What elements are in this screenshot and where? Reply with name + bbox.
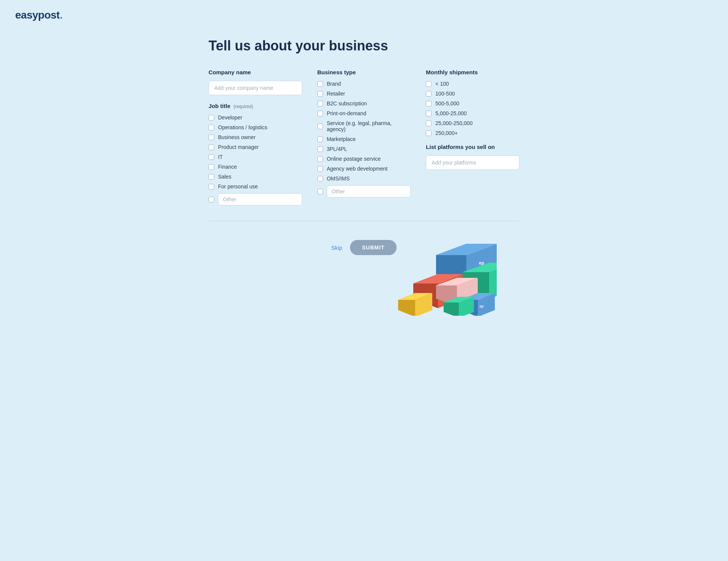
job-title-developer-checkbox[interactable] [209, 115, 214, 121]
platforms-section: List platforms you sell on [426, 144, 519, 170]
job-title-other-item [209, 193, 302, 205]
shipments-100-500-checkbox[interactable] [426, 91, 431, 97]
business-type-list: Brand Retailer B2C subscription Print-on… [317, 81, 411, 197]
business-type-other-input[interactable] [327, 185, 411, 197]
logo-dot: . [60, 9, 62, 21]
business-type-other-item [317, 185, 411, 197]
shipments-lt100[interactable]: < 100 [426, 81, 519, 87]
job-title-product-manager[interactable]: Product manager [209, 144, 302, 150]
job-title-section: Job title (required) Developer Operation… [209, 103, 302, 205]
main-container: Tell us about your business Company name… [193, 30, 535, 338]
monthly-shipments-list: < 100 100-500 500-5,000 5,000-25,000 [426, 81, 519, 136]
business-type-label: Business type [317, 69, 411, 75]
logo-text: easypost [15, 9, 60, 21]
business-type-oms-checkbox[interactable] [317, 176, 323, 182]
business-type-print[interactable]: Print-on-demand [317, 110, 411, 116]
column-3: Monthly shipments < 100 100-500 500-5,00… [426, 69, 519, 205]
company-name-input[interactable] [209, 81, 302, 95]
svg-text:ep: ep [480, 304, 484, 308]
required-badge: (required) [234, 104, 253, 109]
job-title-sales-checkbox[interactable] [209, 174, 214, 180]
shipments-lt100-checkbox[interactable] [426, 81, 431, 87]
job-title-business-owner[interactable]: Business owner [209, 134, 302, 140]
job-title-product-manager-checkbox[interactable] [209, 144, 214, 150]
business-type-other-checkbox[interactable] [317, 189, 323, 194]
logo: easypost. [15, 9, 63, 21]
svg-marker-29 [444, 302, 459, 316]
business-type-print-checkbox[interactable] [317, 111, 323, 116]
business-type-3pl[interactable]: 3PL/4PL [317, 146, 411, 152]
shipments-5k-25k-checkbox[interactable] [426, 111, 431, 116]
shipments-500-5000-checkbox[interactable] [426, 101, 431, 107]
business-type-marketplace-checkbox[interactable] [317, 136, 323, 142]
business-type-marketplace[interactable]: Marketplace [317, 136, 411, 142]
shipments-25k-250k-checkbox[interactable] [426, 121, 431, 126]
shipments-250k-plus-checkbox[interactable] [426, 130, 431, 136]
shipments-500-5000[interactable]: 500-5,000 [426, 100, 519, 107]
job-title-label: Job title (required) [209, 103, 302, 109]
job-title-personal-checkbox[interactable] [209, 184, 214, 190]
shipments-100-500[interactable]: 100-500 [426, 91, 519, 97]
business-type-postage[interactable]: Online postage service [317, 156, 411, 162]
monthly-shipments-section: Monthly shipments < 100 100-500 500-5,00… [426, 69, 519, 136]
company-name-label: Company name [209, 69, 302, 75]
column-1: Company name Job title (required) Develo… [209, 69, 302, 205]
business-type-retailer-checkbox[interactable] [317, 91, 323, 97]
company-name-section: Company name [209, 69, 302, 95]
svg-marker-20 [398, 300, 415, 316]
submit-button[interactable]: SUBMIT [350, 240, 397, 255]
job-title-sales[interactable]: Sales [209, 174, 302, 180]
business-type-service[interactable]: Service (e.g. legal, pharma, agency) [317, 120, 411, 132]
business-type-brand[interactable]: Brand [317, 81, 411, 87]
platforms-input[interactable] [426, 155, 519, 170]
form-grid: Company name Job title (required) Develo… [209, 69, 519, 205]
business-type-service-checkbox[interactable] [317, 124, 323, 129]
job-title-it[interactable]: IT [209, 154, 302, 160]
job-title-finance-checkbox[interactable] [209, 164, 214, 170]
shipments-25k-250k[interactable]: 25,000-250,000 [426, 120, 519, 126]
job-title-business-owner-checkbox[interactable] [209, 135, 214, 140]
skip-button[interactable]: Skip [331, 244, 342, 251]
monthly-shipments-label: Monthly shipments [426, 69, 519, 75]
platforms-label: List platforms you sell on [426, 144, 519, 150]
job-title-personal[interactable]: For personal use [209, 183, 302, 190]
boxes-illustration: ep ep [391, 240, 497, 316]
job-title-finance[interactable]: Finance [209, 164, 302, 170]
shipments-5k-25k[interactable]: 5,000-25,000 [426, 110, 519, 116]
job-title-operations-checkbox[interactable] [209, 125, 214, 130]
business-type-b2c[interactable]: B2C subscription [317, 100, 411, 107]
job-title-it-checkbox[interactable] [209, 154, 214, 160]
job-title-operations[interactable]: Operations / logistics [209, 124, 302, 130]
business-type-3pl-checkbox[interactable] [317, 146, 323, 152]
logo-area: easypost. [0, 0, 728, 30]
business-type-agency[interactable]: Agency web development [317, 166, 411, 172]
business-type-brand-checkbox[interactable] [317, 81, 323, 87]
business-type-oms[interactable]: OMS/IMS [317, 176, 411, 182]
shipments-250k-plus[interactable]: 250,000+ [426, 130, 519, 136]
job-title-developer[interactable]: Developer [209, 114, 302, 121]
job-title-other-input[interactable] [218, 193, 302, 205]
divider [209, 221, 519, 221]
job-title-other-checkbox[interactable] [209, 197, 214, 202]
business-type-agency-checkbox[interactable] [317, 166, 323, 172]
column-2: Business type Brand Retailer B2C subscri… [317, 69, 411, 205]
job-title-list: Developer Operations / logistics Busines… [209, 114, 302, 205]
business-type-postage-checkbox[interactable] [317, 156, 323, 162]
page-title: Tell us about your business [209, 38, 519, 54]
business-type-b2c-checkbox[interactable] [317, 101, 323, 107]
business-type-retailer[interactable]: Retailer [317, 91, 411, 97]
